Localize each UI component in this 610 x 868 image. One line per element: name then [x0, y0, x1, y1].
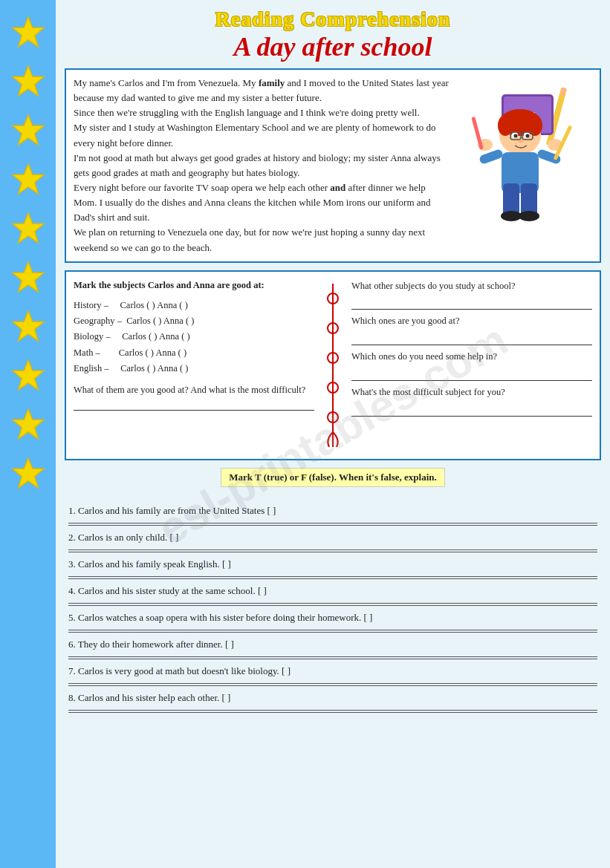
right-q1: What other subjects do you study at scho…	[351, 278, 592, 296]
passage-paragraph3: My sister and I study at Washington Elem…	[74, 122, 436, 148]
exercise-box: Mark the subjects Carlos and Anna are go…	[65, 270, 601, 460]
exercise-question: What of them are you good at? And what i…	[74, 382, 314, 398]
subject-history: History – Carlos ( ) Anna ( )	[74, 298, 314, 313]
subject-math: Math – Carlos ( ) Anna ( )	[74, 345, 314, 361]
tf-item-5: 5. Carlos watches a soap opera with his …	[68, 607, 597, 633]
passage-paragraph6: We plan on returning to Venezuela one da…	[74, 226, 425, 252]
tf-item-5-text: 5. Carlos watches a soap opera with his …	[68, 610, 597, 625]
passage-paragraph4: I'm not good at math but always get good…	[74, 152, 441, 178]
connector-svg	[322, 284, 344, 447]
page: esl-printables.com Reading Comprehension…	[0, 0, 610, 868]
answer-line-r1	[351, 296, 592, 310]
tf-item-8-text: 8. Carlos and his sister help each other…	[68, 691, 597, 705]
svg-marker-9	[12, 458, 43, 488]
right-q4: What's the most difficult subject for yo…	[351, 384, 592, 402]
right-q3: Which ones do you need some help in?	[351, 348, 592, 366]
svg-marker-8	[12, 409, 43, 439]
star-icon	[10, 456, 46, 492]
star-icon	[10, 211, 46, 247]
passage-text: My name's Carlos and I'm from Venezuela.…	[74, 76, 451, 255]
tf-item-6: 6. They do their homework after dinner. …	[68, 634, 597, 659]
svg-marker-2	[12, 115, 43, 145]
star-icon	[10, 407, 46, 443]
tf-item-8: 8. Carlos and his sister help each other…	[68, 688, 597, 713]
tf-item-3: 3. Carlos and his family speak English. …	[68, 554, 597, 579]
svg-rect-32	[478, 149, 503, 165]
passage-image-area: NOTES	[451, 76, 592, 255]
tf-header-text: Mark T (true) or F (false). When it's fa…	[229, 471, 436, 483]
right-q2: Which ones are you good at?	[351, 313, 592, 330]
tf-item-3-text: 3. Carlos and his family speak English. …	[68, 557, 597, 572]
passage-paragraph5: Every night before our favorite TV soap …	[74, 182, 431, 223]
subject-geography: Geography – Carlos ( ) Anna ( )	[74, 313, 314, 329]
passage-paragraph1: My name's Carlos and I'm from Venezuela.…	[74, 77, 449, 103]
svg-point-22	[525, 134, 529, 138]
exercise-instruction: Mark the subjects Carlos and Anna are go…	[74, 278, 314, 293]
svg-point-18	[528, 115, 542, 136]
passage-paragraph2: Since then we're struggling with the Eng…	[74, 107, 420, 118]
svg-marker-6	[12, 311, 43, 341]
svg-marker-1	[12, 66, 43, 96]
exercise-right: What other subjects do you study at scho…	[351, 278, 592, 453]
tf-item-4-text: 4. Carlos and his sister study at the sa…	[68, 584, 597, 598]
svg-marker-7	[12, 360, 43, 390]
star-icon	[10, 309, 46, 345]
svg-point-26	[519, 140, 523, 143]
subject-english: English – Carlos ( ) Anna ( )	[74, 361, 314, 376]
tf-item-4: 4. Carlos and his sister study at the sa…	[68, 581, 597, 606]
star-icon	[10, 162, 46, 198]
svg-rect-37	[471, 117, 483, 150]
tf-item-7: 7. Carlos is very good at math but doesn…	[68, 661, 597, 686]
star-icon	[10, 358, 46, 394]
cartoon-boy-svg: NOTES	[457, 79, 587, 224]
star-icon	[10, 15, 46, 50]
title-area: Reading Comprehension A day after school	[65, 7, 601, 62]
star-icon	[10, 113, 46, 149]
passage-box: My name's Carlos and I'm from Venezuela.…	[65, 68, 601, 263]
answer-line-r4	[351, 403, 592, 417]
tf-item-2-text: 2. Carlos is an only child. [ ]	[68, 530, 597, 545]
star-icon	[10, 64, 46, 99]
answer-line-r3	[351, 368, 592, 381]
subject-biology: Biology – Carlos ( ) Anna ( )	[74, 329, 314, 345]
svg-marker-0	[12, 17, 43, 47]
tf-item-7-text: 7. Carlos is very good at math but doesn…	[68, 664, 597, 679]
svg-marker-3	[12, 164, 43, 194]
answer-line-1	[74, 410, 314, 411]
svg-point-31	[519, 211, 539, 221]
exercise-left: Mark the subjects Carlos and Anna are go…	[74, 278, 314, 453]
tf-items-container: 1. Carlos and his family are from the Un…	[65, 500, 601, 713]
svg-marker-5	[12, 262, 43, 292]
star-icon	[10, 260, 46, 296]
tf-item-6-text: 6. They do their homework after dinner. …	[68, 637, 597, 652]
tf-header: Mark T (true) or F (false). When it's fa…	[221, 468, 444, 487]
svg-point-21	[513, 134, 517, 138]
answer-line-r2	[351, 332, 592, 345]
subtitle: A day after school	[65, 31, 601, 62]
main-content: esl-printables.com Reading Comprehension…	[56, 0, 610, 868]
svg-marker-4	[12, 213, 43, 243]
sidebar	[0, 0, 56, 868]
tf-item-1: 1. Carlos and his family are from the Un…	[68, 500, 597, 526]
tf-item-2: 2. Carlos is an only child. [ ]	[68, 527, 597, 552]
connector-decoration	[322, 278, 344, 453]
main-title: Reading Comprehension	[65, 7, 601, 31]
svg-point-30	[501, 211, 522, 221]
tf-item-1-text: 1. Carlos and his family are from the Un…	[68, 503, 597, 518]
tf-section: Mark T (true) or F (false). When it's fa…	[65, 468, 601, 495]
